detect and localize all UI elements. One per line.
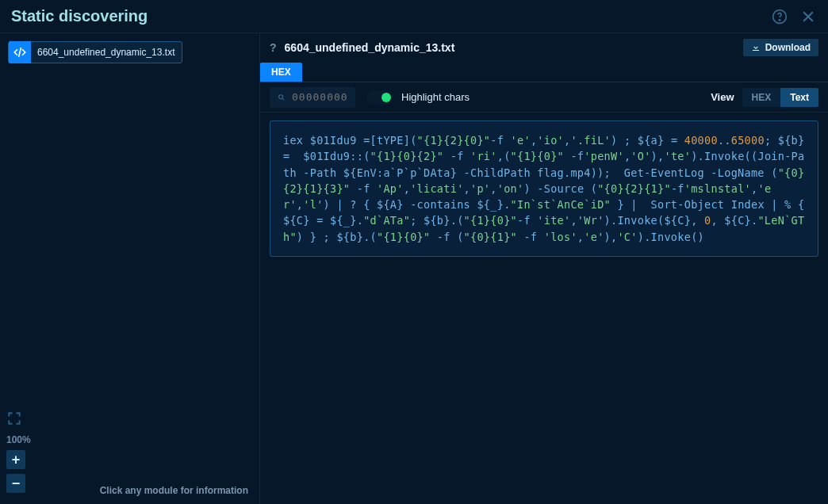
highlight-label: Highlight chars	[401, 91, 470, 103]
highlight-toggle-group: Highlight chars	[366, 90, 470, 105]
help-icon[interactable]	[771, 8, 788, 25]
download-label: Download	[765, 42, 811, 53]
file-name: 6604_undefined_dynamic_13.txt	[285, 41, 735, 54]
main-split: 6604_undefined_dynamic_13.txt 100% + − C…	[0, 33, 828, 504]
sidebar: 6604_undefined_dynamic_13.txt 100% + − C…	[0, 33, 260, 504]
svg-point-1	[779, 19, 780, 20]
zoom-out-button[interactable]: −	[6, 474, 25, 493]
view-text-button[interactable]: Text	[780, 88, 818, 107]
content-pane: ? 6604_undefined_dynamic_13.txt Download…	[260, 33, 828, 504]
page-title: Static discovering	[11, 7, 771, 25]
offset-input[interactable]	[292, 91, 347, 103]
zoom-in-button[interactable]: +	[6, 450, 25, 469]
toolbar: Highlight chars View HEX Text	[260, 82, 828, 113]
tab-row: HEX	[260, 62, 828, 82]
close-icon[interactable]	[799, 8, 817, 25]
code-file-icon	[9, 41, 31, 63]
download-icon	[751, 43, 761, 52]
offset-search[interactable]	[270, 87, 355, 108]
sidebar-file-label: 6604_undefined_dynamic_13.txt	[37, 47, 174, 58]
fullscreen-icon[interactable]	[6, 410, 253, 430]
file-header: ? 6604_undefined_dynamic_13.txt Download	[260, 33, 828, 62]
download-button[interactable]: Download	[743, 39, 818, 56]
toggle-knob	[381, 93, 391, 102]
file-type-unknown-icon: ?	[270, 41, 277, 54]
svg-point-2	[279, 94, 283, 98]
header-actions	[771, 8, 817, 25]
zoom-level: 100%	[6, 434, 253, 445]
view-hex-button[interactable]: HEX	[742, 88, 781, 107]
code-viewer[interactable]: iex $01Idu9 =[tYPE]("{1}{2}{0}"-f 'e','i…	[270, 120, 818, 257]
sidebar-file-chip[interactable]: 6604_undefined_dynamic_13.txt	[8, 41, 182, 63]
tab-hex[interactable]: HEX	[260, 63, 302, 82]
highlight-toggle[interactable]	[366, 90, 393, 105]
sidebar-hint: Click any module for information	[100, 485, 248, 496]
header-bar: Static discovering	[0, 0, 828, 33]
view-segment: HEX Text	[742, 88, 818, 107]
sidebar-footer: 100% + − Click any module for informatio…	[6, 410, 253, 498]
view-label: View	[711, 91, 734, 103]
search-icon	[278, 93, 286, 102]
view-mode-group: View HEX Text	[711, 88, 818, 107]
